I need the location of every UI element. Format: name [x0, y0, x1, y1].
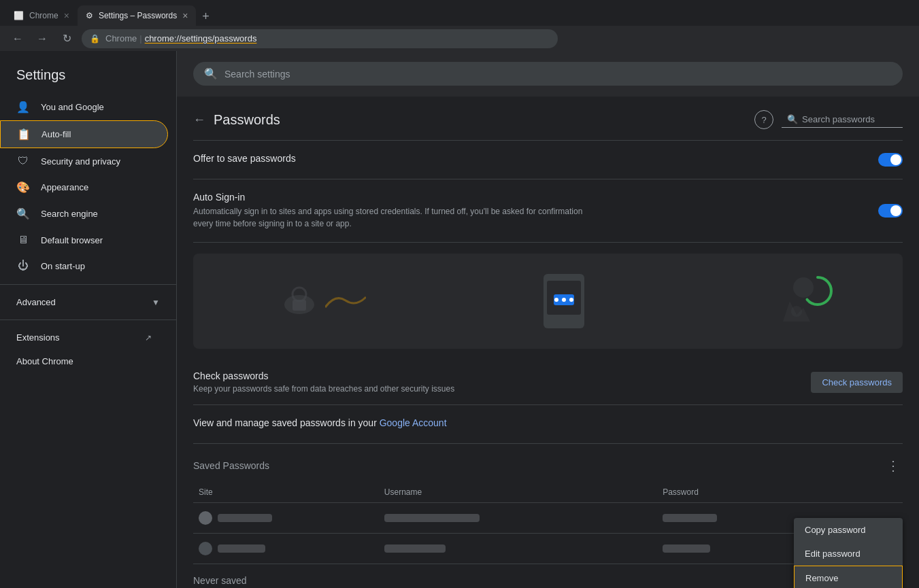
address-bar-row: ← → ↻ 🔒 Chrome | chrome://settings/passw…	[0, 26, 919, 51]
sidebar-item-auto-fill[interactable]: 📋 Auto-fill	[0, 120, 168, 148]
svg-point-6	[554, 298, 558, 302]
you-and-google-icon: 👤	[16, 101, 30, 114]
google-account-row: View and manage saved passwords in your …	[193, 405, 903, 444]
sidebar-item-on-startup[interactable]: ⏻ On start-up	[0, 253, 168, 279]
search-engine-icon: 🔍	[16, 207, 30, 220]
appearance-icon: 🎨	[16, 181, 30, 194]
site-cell-2	[193, 542, 384, 555]
check-passwords-row: Check passwords Keep your passwords safe…	[193, 360, 903, 405]
tab-active-icon: ⚙	[86, 11, 93, 20]
copy-password-item[interactable]: Copy password	[794, 518, 903, 542]
wave-svg	[325, 287, 366, 316]
sidebar-item-extensions[interactable]: Extensions ↗	[0, 326, 168, 349]
check-passwords-desc: Keep your passwords safe from data breac…	[193, 384, 811, 394]
search-settings-icon: 🔍	[204, 67, 218, 80]
settings-title: Settings	[0, 62, 176, 94]
context-menu: Copy password Edit password Remove	[794, 518, 903, 588]
password-2	[663, 544, 710, 553]
more-vert-button[interactable]: ⋮	[884, 455, 903, 477]
tab-inactive[interactable]: ⬜ Chrome ×	[5, 5, 78, 26]
auto-signin-title: Auto Sign-in	[193, 192, 878, 203]
search-settings-input[interactable]	[224, 69, 892, 80]
offer-save-toggle[interactable]	[878, 153, 903, 167]
sidebar: Settings 👤 You and Google 📋 Auto-fill 🛡 …	[0, 51, 177, 588]
illus-left	[279, 281, 366, 322]
search-passwords-icon: 🔍	[787, 114, 798, 124]
site-favicon-2	[199, 542, 212, 555]
tab-active-label: Settings – Passwords	[99, 11, 177, 20]
reload-button[interactable]: ↻	[57, 29, 76, 48]
site-name-label: Chrome	[105, 33, 137, 44]
passwords-header: ← Passwords ? 🔍	[193, 97, 903, 141]
sidebar-item-security-privacy[interactable]: 🛡 Security and privacy	[0, 148, 168, 174]
tab-active[interactable]: ⚙ Settings – Passwords ×	[78, 5, 197, 26]
saved-passwords-title: Saved Passwords	[193, 460, 884, 471]
extensions-label: Extensions	[16, 332, 60, 343]
sidebar-item-default-browser[interactable]: 🖥 Default browser	[0, 227, 168, 253]
tab-inactive-close[interactable]: ×	[64, 10, 69, 21]
auto-signin-row: Auto Sign-in Automatically sign in to si…	[193, 179, 903, 243]
device-svg	[537, 271, 591, 332]
search-passwords-box[interactable]: 🔍	[782, 111, 903, 128]
illus-right-svg	[763, 274, 817, 328]
auto-fill-icon: 📋	[17, 128, 31, 141]
auto-signin-content: Auto Sign-in Automatically sign in to si…	[193, 192, 878, 230]
about-chrome-label: About Chrome	[16, 356, 73, 366]
illus-right	[763, 274, 817, 328]
extensions-external-icon: ↗	[145, 333, 152, 343]
site-cell-1	[193, 511, 384, 525]
search-passwords-input[interactable]	[802, 114, 897, 124]
site-name-2	[218, 544, 265, 553]
sidebar-section-advanced[interactable]: Advanced ▼	[0, 290, 176, 314]
search-bar-container: 🔍	[177, 51, 919, 97]
password-illustration	[193, 254, 903, 349]
username-2	[384, 544, 446, 553]
offer-save-row: Offer to save passwords	[193, 141, 903, 179]
advanced-chevron-icon: ▼	[152, 298, 160, 307]
tab-inactive-icon: ⬜	[14, 11, 24, 20]
auto-signin-desc: Automatically sign in to sites and apps …	[193, 205, 601, 230]
passwords-back-button[interactable]: ←	[193, 113, 205, 127]
password-1	[663, 514, 717, 522]
col-actions-header	[848, 487, 903, 497]
sidebar-item-appearance[interactable]: 🎨 Appearance	[0, 174, 168, 201]
cloud-lock-svg	[279, 281, 320, 322]
tab-bar: ⬜ Chrome × ⚙ Settings – Passwords × +	[0, 0, 919, 26]
sidebar-item-you-and-google[interactable]: 👤 You and Google	[0, 94, 168, 120]
passwords-title: Passwords	[214, 112, 746, 128]
sidebar-label-default-browser: Default browser	[41, 235, 103, 245]
sidebar-label-appearance: Appearance	[41, 182, 88, 192]
tab-active-close[interactable]: ×	[182, 10, 188, 21]
sidebar-item-search-engine[interactable]: 🔍 Search engine	[0, 201, 168, 227]
google-account-link[interactable]: Google Account	[380, 417, 447, 428]
username-cell-1	[384, 514, 663, 522]
sidebar-divider-2	[0, 319, 176, 320]
edit-password-item[interactable]: Edit password	[794, 542, 903, 566]
site-security-icon: 🔒	[90, 34, 100, 44]
advanced-label: Advanced	[16, 297, 141, 307]
sidebar-label-on-startup: On start-up	[41, 261, 85, 271]
offer-save-title: Offer to save passwords	[193, 153, 878, 164]
passwords-table-header: Site Username Password	[193, 482, 903, 503]
sidebar-label-search-engine: Search engine	[41, 209, 98, 219]
forward-button[interactable]: →	[33, 29, 52, 48]
back-button[interactable]: ←	[8, 29, 27, 48]
google-account-text: View and manage saved passwords in your …	[193, 417, 447, 428]
site-name-1	[218, 514, 272, 522]
sidebar-label-security: Security and privacy	[41, 156, 120, 167]
help-button[interactable]: ?	[754, 110, 773, 129]
check-passwords-title: Check passwords	[193, 370, 811, 381]
auto-signin-toggle[interactable]	[878, 204, 903, 218]
password-row-1: Copy password Edit password Remove	[193, 503, 903, 534]
passwords-content: ← Passwords ? 🔍 Offer to save passwords …	[177, 97, 919, 588]
search-settings-box[interactable]: 🔍	[193, 62, 903, 86]
check-passwords-button[interactable]: Check passwords	[811, 372, 903, 393]
address-bar[interactable]: 🔒 Chrome | chrome://settings/passwords	[82, 29, 558, 48]
svg-point-8	[569, 298, 573, 302]
default-browser-icon: 🖥	[16, 234, 30, 246]
remove-password-item[interactable]: Remove	[794, 566, 903, 588]
sidebar-item-about-chrome[interactable]: About Chrome	[0, 349, 168, 373]
svg-point-7	[562, 298, 566, 302]
new-tab-button[interactable]: +	[196, 7, 215, 26]
illus-center	[537, 271, 591, 332]
